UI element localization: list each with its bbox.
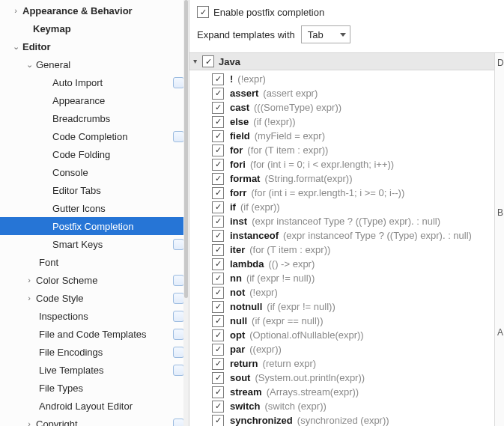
template-key: ! [230, 73, 233, 85]
template-checkbox[interactable] [212, 244, 224, 256]
tree-item-general[interactable]: ⌄General [0, 55, 189, 73]
template-row[interactable]: not(!expr) [189, 285, 494, 299]
tree-item-file-encodings[interactable]: File Encodings [0, 343, 189, 361]
tree-item-file-types[interactable]: File Types [0, 379, 189, 397]
template-row[interactable]: assert(assert expr) [189, 86, 494, 100]
template-row[interactable]: return(return expr) [189, 356, 494, 371]
group-java-label: Java [219, 56, 240, 67]
template-row[interactable]: forr(for (int i = expr.length-1; i >= 0;… [189, 186, 494, 200]
template-key: iter [230, 244, 245, 255]
template-checkbox[interactable] [212, 187, 224, 199]
expand-templates-select[interactable]: Tab [301, 25, 350, 43]
template-row[interactable]: inst(expr instanceof Type ? ((Type) expr… [189, 214, 494, 228]
template-checkbox[interactable] [212, 159, 224, 171]
template-list[interactable]: ▸ Java !(!expr)assert(assert expr)cast((… [189, 53, 494, 426]
group-java-checkbox[interactable] [202, 55, 214, 67]
template-checkbox[interactable] [212, 201, 224, 213]
tree-item-inspections[interactable]: Inspections [0, 307, 189, 325]
template-key: return [230, 358, 258, 369]
template-checkbox[interactable] [212, 216, 224, 228]
tree-item-auto-import[interactable]: Auto Import [0, 73, 189, 91]
sidebar-scrollbar[interactable] [183, 0, 189, 426]
template-checkbox[interactable] [212, 358, 224, 370]
template-checkbox[interactable] [212, 173, 224, 185]
template-checkbox[interactable] [212, 287, 224, 299]
template-row[interactable]: fori(for (int i = 0; i < expr.length; i+… [189, 157, 494, 171]
template-checkbox[interactable] [212, 415, 224, 427]
template-row[interactable]: !(!expr) [189, 72, 494, 86]
template-checkbox[interactable] [212, 315, 224, 327]
tree-item-label: Appearance [52, 95, 105, 106]
template-group-header[interactable]: ▸ Java [189, 53, 494, 70]
tree-item-console[interactable]: Console [0, 163, 189, 181]
template-row[interactable]: lambda(() -> expr) [189, 257, 494, 271]
template-checkbox[interactable] [212, 273, 224, 284]
tree-item-code-folding[interactable]: Code Folding [0, 145, 189, 163]
template-row[interactable]: cast(((SomeType) expr)) [189, 100, 494, 115]
template-row[interactable]: instanceof(expr instanceof Type ? ((Type… [189, 228, 494, 243]
template-checkbox[interactable] [212, 401, 224, 413]
template-checkbox[interactable] [212, 258, 224, 270]
tree-item-label: Editor [22, 41, 51, 52]
template-checkbox[interactable] [212, 130, 224, 142]
tree-item-label: Editor Tabs [52, 185, 101, 196]
tree-item-live-templates[interactable]: Live Templates [0, 361, 189, 379]
tree-item-color-scheme[interactable]: ›Color Scheme [0, 271, 189, 289]
template-row[interactable]: opt(Optional.ofNullable(expr)) [189, 328, 494, 342]
template-description: (((SomeType) expr)) [254, 102, 341, 113]
template-description: (if (expr != null)) [246, 273, 315, 284]
template-row[interactable]: switch(switch (expr)) [189, 399, 494, 413]
template-checkbox[interactable] [212, 386, 224, 398]
tree-item-appearance-behavior[interactable]: ›Appearance & Behavior [0, 1, 189, 19]
template-row[interactable]: iter(for (T item : expr)) [189, 243, 494, 257]
sidebar-scrollbar-thumb[interactable] [184, 0, 188, 298]
tree-item-editor[interactable]: ⌄Editor [0, 37, 189, 55]
tree-item-keymap[interactable]: Keymap [0, 19, 189, 37]
template-checkbox[interactable] [212, 144, 224, 156]
tree-item-android-layout-editor[interactable]: Android Layout Editor [0, 397, 189, 415]
template-checkbox[interactable] [212, 102, 224, 114]
tree-item-appearance[interactable]: Appearance [0, 91, 189, 109]
tree-item-gutter-icons[interactable]: Gutter Icons [0, 199, 189, 217]
template-row[interactable]: par((expr)) [189, 342, 494, 356]
enable-postfix-checkbox[interactable] [197, 6, 209, 18]
template-description: (for (T item : expr)) [247, 144, 328, 156]
tree-item-label: Keymap [33, 23, 71, 34]
template-row[interactable]: else(if (!expr)) [189, 115, 494, 129]
template-row[interactable]: notnull(if (expr != null)) [189, 299, 494, 314]
template-row[interactable]: sout(System.out.println(expr)) [189, 371, 494, 385]
tree-item-breadcrumbs[interactable]: Breadcrumbs [0, 109, 189, 127]
tree-item-font[interactable]: Font [0, 253, 189, 271]
template-checkbox[interactable] [212, 301, 224, 313]
template-row[interactable]: nn(if (expr != null)) [189, 271, 494, 285]
template-checkbox[interactable] [212, 116, 224, 128]
template-checkbox[interactable] [212, 73, 224, 85]
template-key: forr [230, 187, 246, 198]
template-row[interactable]: if(if (expr)) [189, 200, 494, 214]
tree-item-editor-tabs[interactable]: Editor Tabs [0, 181, 189, 199]
tree-item-copyright[interactable]: ›Copyright [0, 415, 189, 426]
tree-item-smart-keys[interactable]: Smart Keys [0, 235, 189, 253]
template-checkbox[interactable] [212, 230, 224, 242]
template-row[interactable]: field(myField = expr) [189, 129, 494, 143]
template-row[interactable]: stream(Arrays.stream(expr)) [189, 385, 494, 399]
tree-item-label: Smart Keys [52, 239, 103, 250]
template-checkbox[interactable] [212, 329, 224, 341]
template-row[interactable]: for(for (T item : expr)) [189, 143, 494, 157]
project-scope-icon [173, 293, 184, 304]
project-scope-icon [173, 311, 184, 322]
postfix-completion-panel: Enable postfix completion Expand templat… [189, 0, 504, 426]
tree-item-file-and-code-templates[interactable]: File and Code Templates [0, 325, 189, 343]
tree-item-code-style[interactable]: ›Code Style [0, 289, 189, 307]
template-row[interactable]: format(String.format(expr)) [189, 171, 494, 186]
tree-item-label: Inspections [39, 311, 88, 322]
template-row[interactable]: null(if (expr == null)) [189, 314, 494, 328]
template-checkbox[interactable] [212, 372, 224, 384]
template-row[interactable]: synchronized(synchronized (expr)) [189, 413, 494, 426]
template-checkbox[interactable] [212, 344, 224, 356]
template-key: field [230, 130, 250, 142]
template-key: null [230, 315, 247, 326]
template-checkbox[interactable] [212, 88, 224, 100]
tree-item-postfix-completion[interactable]: Postfix Completion [0, 217, 189, 235]
tree-item-code-completion[interactable]: Code Completion [0, 127, 189, 145]
